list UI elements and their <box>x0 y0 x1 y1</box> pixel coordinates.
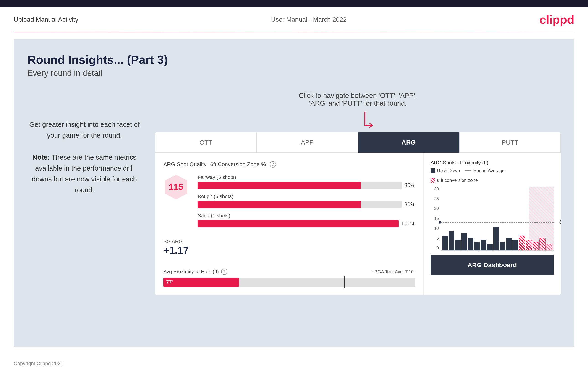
y-label-5: 5 <box>436 236 439 241</box>
page-title: Round Insights... (Part 3) <box>27 53 561 67</box>
sg-section: SG ARG +1.17 <box>163 239 415 256</box>
tab-putt[interactable]: PUTT <box>459 132 561 153</box>
y-axis: 30 25 20 15 10 5 0 <box>431 187 439 250</box>
chart-bar-11 <box>512 240 518 250</box>
left-panel: Get greater insight into each facet of y… <box>27 92 141 196</box>
chart-bar-hatch-1 <box>519 236 525 250</box>
bar-pct-rough: 80% <box>404 201 415 208</box>
legend-up-down-label: Up & Down <box>437 168 460 173</box>
sg-label: SG ARG <box>163 239 415 245</box>
clippd-logo: clippd <box>539 13 574 26</box>
legend-dash-icon <box>465 170 471 171</box>
proximity-section: Avg Proximity to Hole (ft) ? ↑ PGA Tour … <box>163 263 415 287</box>
round-insights-card: OTT APP ARG PUTT ARG Shot Quality 6ft Co… <box>155 132 561 295</box>
header-divider <box>14 32 574 32</box>
chart-bar-6 <box>474 242 480 250</box>
legend-round-avg: Round Average <box>465 168 505 173</box>
top-bar <box>0 0 588 7</box>
chart-header: ARG Shots - Proximity (ft) Up & Down Rou… <box>431 160 554 183</box>
left-description: Get greater insight into each facet of y… <box>27 119 141 196</box>
upload-label: Upload Manual Activity <box>14 16 78 23</box>
chart-draw-area: 8 <box>441 187 554 250</box>
page-subtitle: Every round in detail <box>27 68 561 78</box>
legend-6ft-label: 6 ft conversion zone <box>437 178 478 183</box>
quality-label: ARG Shot Quality <box>163 161 207 167</box>
chart-bar-7 <box>481 240 486 250</box>
proximity-label: Avg Proximity to Hole (ft) <box>163 269 219 275</box>
card-body: ARG Shot Quality 6ft Conversion Zone % ? <box>155 153 561 295</box>
pga-avg: ↑ PGA Tour Avg: 7'10" <box>371 269 415 275</box>
navigation-hint: Click to navigate between 'OTT', 'APP','… <box>155 92 561 107</box>
legend-hatch-icon <box>431 178 435 183</box>
hexagon: 115 <box>163 174 189 200</box>
bar-pct-sand: 100% <box>401 220 415 227</box>
chart-bar-2 <box>449 231 454 250</box>
arg-dashboard-button[interactable]: ARG Dashboard <box>431 255 554 275</box>
tab-arg[interactable]: ARG <box>358 132 459 153</box>
bar-row-rough: Rough (5 shots) 80% <box>198 193 415 208</box>
bar-row-sand: Sand (1 shots) 100% <box>198 213 415 227</box>
bars-container: Fairway (5 shots) 80% Ro <box>198 174 415 232</box>
dash-line: 8 <box>441 222 554 223</box>
note-label: Note: <box>32 153 50 161</box>
main-content: Round Insights... (Part 3) Every round i… <box>14 39 574 347</box>
y-label-10: 10 <box>434 226 439 231</box>
chart-bar-1 <box>442 236 448 250</box>
footer: Copyright Clippd 2021 <box>0 354 588 367</box>
chart-bar-5 <box>468 238 474 250</box>
y-label-30: 30 <box>434 187 439 192</box>
section-header: ARG Shot Quality 6ft Conversion Zone % ? <box>163 161 415 167</box>
bar-label-sand: Sand (1 shots) <box>198 213 415 219</box>
chart-title: ARG Shots - Proximity (ft) <box>431 160 554 166</box>
bar-row-fairway: Fairway (5 shots) 80% <box>198 174 415 189</box>
conversion-label: 6ft Conversion Zone % <box>210 161 266 167</box>
arg-stats-section: ARG Shot Quality 6ft Conversion Zone % ? <box>155 153 424 295</box>
proximity-info-icon[interactable]: ? <box>221 268 227 275</box>
header: Upload Manual Activity User Manual - Mar… <box>0 7 588 32</box>
proximity-title: Avg Proximity to Hole (ft) ? <box>163 268 227 275</box>
legend-6ft: 6 ft conversion zone <box>431 178 478 183</box>
dash-line-value: 8 <box>560 219 561 225</box>
legend-round-avg-label: Round Average <box>473 168 505 173</box>
right-panel: Click to navigate between 'OTT', 'APP','… <box>155 92 561 295</box>
chart-section: ARG Shots - Proximity (ft) Up & Down Rou… <box>424 153 561 295</box>
y-label-25: 25 <box>434 197 439 201</box>
proximity-bar-track: 77' <box>163 278 415 287</box>
chart-title-text: ARG Shots - Proximity (ft) <box>431 160 488 166</box>
sg-value: +1.17 <box>163 245 415 256</box>
navigation-arrow <box>360 112 379 134</box>
tab-ott[interactable]: OTT <box>155 132 257 153</box>
cursor-line <box>344 276 345 288</box>
hexagon-container: 115 Fairway (5 shots) <box>163 174 415 232</box>
bar-pct-fairway: 80% <box>404 182 415 189</box>
chart-bar-3 <box>455 240 461 250</box>
legend-up-down: Up & Down <box>431 168 460 173</box>
proximity-bar-fill <box>163 278 239 287</box>
copyright: Copyright Clippd 2021 <box>14 361 63 366</box>
chart-bar-8 <box>487 244 493 250</box>
y-label-15: 15 <box>434 216 439 221</box>
bar-label-rough: Rough (5 shots) <box>198 193 415 200</box>
shaded-zone <box>529 187 554 250</box>
legend-box-icon <box>431 168 435 173</box>
manual-label: User Manual - March 2022 <box>271 16 346 23</box>
bar-label-fairway: Fairway (5 shots) <box>198 174 415 180</box>
prox-value: 77' <box>166 279 173 285</box>
chart-container: 30 25 20 15 10 5 0 <box>431 187 554 250</box>
tabs-container: OTT APP ARG PUTT <box>155 132 561 153</box>
y-label-20: 20 <box>434 206 439 211</box>
y-label-0: 0 <box>436 246 439 250</box>
hex-wrapper: 115 <box>163 174 189 200</box>
chart-bar-10 <box>506 238 512 250</box>
proximity-header: Avg Proximity to Hole (ft) ? ↑ PGA Tour … <box>163 268 415 275</box>
content-layout: Get greater insight into each facet of y… <box>27 92 561 295</box>
info-icon[interactable]: ? <box>270 161 276 167</box>
chart-bar-4 <box>461 233 467 250</box>
tab-app[interactable]: APP <box>257 132 358 153</box>
hex-value: 115 <box>169 182 183 192</box>
chart-bar-tall <box>493 227 499 250</box>
chart-bar-9 <box>500 242 505 250</box>
